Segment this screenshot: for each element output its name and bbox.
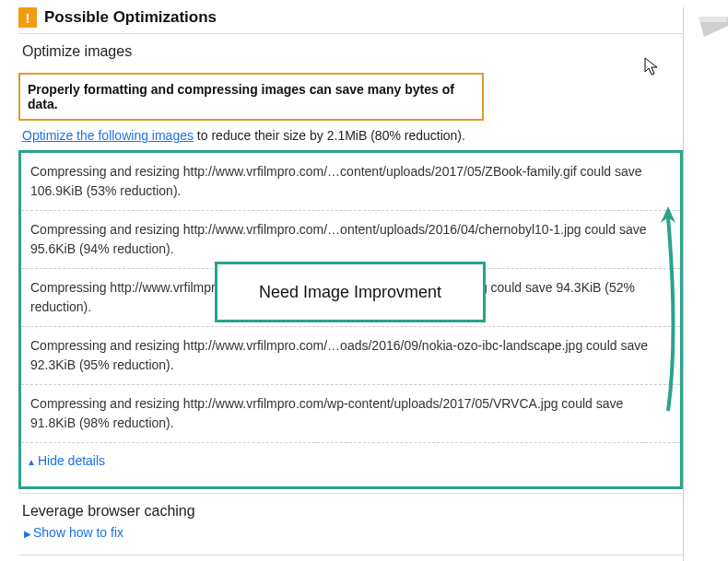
leverage-caching-title: Leverage browser caching [22,503,683,520]
hide-details-row[interactable]: ▲Hide details [21,446,680,473]
leverage-caching-section: Leverage browser caching ▶Show how to fi… [18,493,683,545]
list-item: Compressing and resizing http://www.vrfi… [21,385,680,443]
highlight-text: Properly formatting and compressing imag… [28,82,454,111]
show-how-to-fix-row[interactable]: ▶Show how to fix [22,521,683,540]
reduce-summary: Optimize the following images to reduce … [18,124,683,146]
section-title: Possible Optimizations [44,8,217,27]
list-item: Compressing and resizing http://www.vrfi… [21,153,680,211]
main-panel: ! Possible Optimizations Optimize images… [18,7,684,561]
optimize-images-section: Optimize images [18,33,683,67]
list-item: Compressing and resizing http://www.vrfi… [21,211,680,269]
decorative-3d-edge [699,17,728,37]
triangle-up-icon: ▲ [27,457,36,467]
optimize-images-link[interactable]: Optimize the following images [22,128,194,143]
optimize-images-title: Optimize images [22,43,683,60]
svg-marker-1 [699,17,728,22]
reduce-rest: to reduce their size by 2.1MiB (80% redu… [194,128,465,143]
list-item: Compressing and resizing http://www.vrfi… [21,327,680,385]
eliminate-render-blocking-title: Eliminate render-blocking JavaScript and… [18,555,683,561]
details-box: Compressing and resizing http://www.vrfi… [18,150,683,489]
warning-icon: ! [18,7,37,28]
hide-details-link[interactable]: Hide details [38,453,105,468]
show-how-to-fix-link[interactable]: Show how to fix [33,525,123,540]
highlight-box: Properly formatting and compressing imag… [18,73,484,121]
callout-label: Need Image Improvment [215,262,486,322]
triangle-right-icon: ▶ [24,529,31,539]
section-header: ! Possible Optimizations [18,7,683,33]
